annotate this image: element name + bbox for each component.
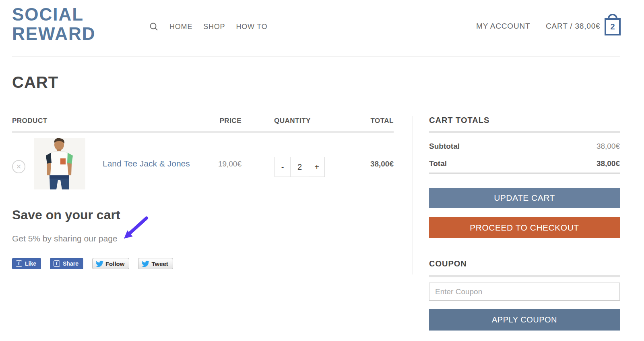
facebook-icon: f — [16, 260, 22, 267]
discount-arrow-icon — [120, 216, 151, 241]
quantity-value[interactable]: 2 — [290, 157, 309, 177]
product-image[interactable] — [34, 138, 85, 189]
social-buttons-row: f Like f Share Follow Tweet — [12, 258, 173, 269]
col-header-price: PRICE — [185, 117, 242, 125]
page-title: CART — [12, 73, 58, 91]
facebook-like-button[interactable]: f Like — [12, 258, 41, 269]
cart-count-badge: 2 — [605, 18, 621, 35]
quantity-decrease-button[interactable]: - — [275, 157, 291, 177]
facebook-icon: f — [54, 260, 60, 267]
site-logo[interactable]: SOCIAL REWARD — [12, 5, 96, 44]
remove-item-icon[interactable]: ✕ — [12, 160, 25, 173]
facebook-share-button[interactable]: f Share — [50, 258, 83, 269]
total-label: Total — [429, 159, 447, 168]
total-value: 38,00€ — [499, 159, 620, 168]
save-section-title: Save on your cart — [12, 208, 120, 222]
update-cart-button[interactable]: UPDATE CART — [429, 188, 620, 208]
cart-bag-icon[interactable]: 2 — [605, 14, 621, 36]
item-total: 38,00€ — [337, 160, 394, 168]
cart-total-link[interactable]: CART / 38,00€ — [546, 22, 600, 31]
proceed-to-checkout-button[interactable]: PROCEED TO CHECKOUT — [429, 217, 620, 238]
subtotal-value: 38,00€ — [499, 142, 620, 151]
save-section-subtitle: Get 5% by sharing our page — [12, 234, 118, 243]
logo-line1: SOCIAL — [12, 5, 96, 24]
twitter-icon — [96, 260, 103, 268]
sidebar-divider — [413, 116, 413, 274]
quantity-increase-button[interactable]: + — [309, 157, 325, 177]
col-header-quantity: QUANTITY — [274, 117, 311, 125]
item-price: 19,00€ — [185, 160, 242, 168]
totals-row-divider — [429, 155, 620, 155]
coupon-rule — [429, 275, 620, 277]
share-label: Share — [63, 260, 78, 267]
subtotal-label: Subtotal — [429, 142, 460, 151]
product-name-link[interactable]: Land Tee Jack & Jones — [103, 159, 190, 168]
tweet-label: Tweet — [151, 260, 168, 267]
table-header-rule — [12, 131, 394, 133]
cart-totals-rule — [429, 131, 620, 133]
search-icon[interactable] — [149, 22, 159, 31]
apply-coupon-button[interactable]: APPLY COUPON — [429, 309, 620, 331]
follow-label: Follow — [105, 260, 125, 267]
like-label: Like — [25, 260, 36, 267]
nav-item-shop[interactable]: SHOP — [203, 23, 225, 31]
twitter-tweet-button[interactable]: Tweet — [138, 258, 173, 269]
my-account-link[interactable]: MY ACCOUNT — [476, 22, 530, 31]
logo-line2: REWARD — [12, 24, 96, 44]
coupon-input[interactable] — [429, 283, 620, 301]
twitter-icon — [142, 260, 149, 268]
header-bottom-border — [12, 56, 620, 57]
main-nav: HOME SHOP HOW TO — [149, 0, 268, 53]
nav-item-how-to[interactable]: HOW TO — [236, 23, 267, 31]
cart-totals-title: CART TOTALS — [429, 116, 489, 125]
twitter-follow-button[interactable]: Follow — [92, 258, 130, 269]
nav-item-home[interactable]: HOME — [169, 23, 192, 31]
col-header-product: PRODUCT — [12, 117, 47, 125]
totals-bottom-rule — [429, 173, 620, 174]
coupon-title: COUPON — [429, 259, 467, 268]
quantity-stepper: - 2 + — [275, 157, 325, 177]
col-header-total: TOTAL — [337, 117, 394, 125]
header-divider — [536, 18, 536, 33]
cart-page: SOCIAL REWARD HOME SHOP HOW TO MY ACCOUN… — [0, 0, 644, 341]
